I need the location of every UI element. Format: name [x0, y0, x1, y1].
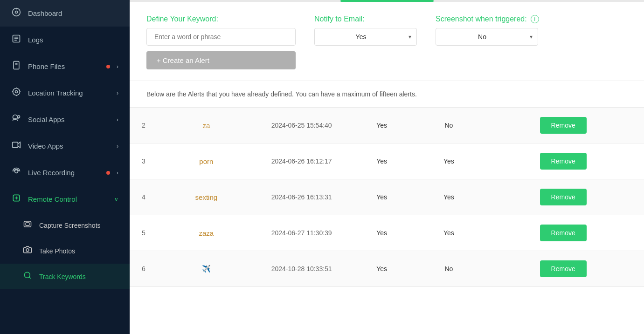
- svg-rect-18: [13, 142, 18, 148]
- alert-action[interactable]: Remove: [482, 179, 644, 215]
- notify-email-label: Notify to Email:: [314, 15, 417, 23]
- screenshot-label-text: Screenshot when triggered:: [436, 15, 527, 23]
- sidebar-item-label: Take Photos: [39, 247, 118, 255]
- capture-screenshots-icon: [22, 220, 33, 231]
- svg-rect-22: [26, 223, 29, 225]
- svg-rect-21: [24, 221, 31, 227]
- remove-button[interactable]: Remove: [540, 153, 587, 170]
- tab-bar: [130, 0, 644, 2]
- alert-date: 2024-06-26 16:13:31: [255, 179, 348, 215]
- alert-info-text: Below are the Alerts that you have alrea…: [130, 81, 644, 108]
- alert-keyword: zaza: [158, 215, 255, 251]
- notify-select-wrapper: Yes No ▾: [314, 28, 417, 46]
- alert-keyword: sexting: [158, 179, 255, 215]
- svg-point-23: [26, 249, 29, 252]
- svg-line-25: [29, 277, 30, 278]
- sidebar-item-dashboard[interactable]: Dashboard: [0, 0, 130, 27]
- alert-screenshot: Yes: [415, 179, 482, 215]
- sidebar-item-video-apps[interactable]: Video Apps ›: [0, 133, 130, 159]
- alert-date: 2024-10-28 10:33:51: [255, 251, 348, 287]
- svg-point-10: [15, 91, 18, 93]
- define-keyword-label: Define Your Keyword:: [146, 15, 296, 23]
- sidebar-item-logs[interactable]: Logs: [0, 27, 130, 53]
- sidebar: Dashboard Logs Phone Files › Location Tr…: [0, 0, 130, 334]
- remove-button[interactable]: Remove: [540, 117, 587, 134]
- alert-id: 5: [130, 215, 158, 251]
- sidebar-item-label: Dashboard: [28, 9, 118, 17]
- sidebar-item-label: Remote Control: [28, 195, 108, 203]
- table-row: 3 porn 2024-06-26 16:12:17 Yes Yes Remov…: [130, 143, 644, 179]
- keyword-section: Define Your Keyword: + Create an Alert N…: [130, 2, 644, 81]
- sidebar-item-take-photos[interactable]: Take Photos: [0, 238, 130, 264]
- alert-keyword: za: [158, 108, 255, 143]
- sidebar-item-label: Track Keywords: [39, 273, 118, 280]
- alert-id: 2: [130, 108, 158, 143]
- track-keywords-icon: [22, 271, 33, 282]
- svg-point-1: [15, 11, 18, 14]
- sidebar-item-location-tracking[interactable]: Location Tracking ›: [0, 80, 130, 106]
- chevron-right-icon: ›: [117, 90, 118, 96]
- table-row: 2 za 2024-06-25 15:54:40 Yes No Remove: [130, 108, 644, 143]
- screenshot-select-wrapper: No Yes ▾: [436, 28, 538, 46]
- logs-icon: [11, 34, 21, 46]
- chevron-right-icon: ›: [117, 63, 118, 70]
- content-area: Define Your Keyword: + Create an Alert N…: [130, 2, 644, 334]
- sidebar-item-label: Phone Files: [28, 62, 100, 70]
- alert-screenshot: No: [415, 108, 482, 143]
- sidebar-item-label: Live Recording: [28, 169, 100, 177]
- sidebar-item-remote-control[interactable]: Remote Control ∨: [0, 186, 130, 212]
- svg-point-11: [13, 89, 20, 95]
- table-row: 6 ✈️ 2024-10-28 10:33:51 Yes No Remove: [130, 251, 644, 287]
- notify-select[interactable]: Yes No: [314, 28, 417, 46]
- social-apps-icon: [11, 114, 21, 125]
- sidebar-item-label: Capture Screenshots: [39, 222, 118, 229]
- alert-notify: Yes: [348, 251, 415, 287]
- alert-date: 2024-06-25 15:54:40: [255, 108, 348, 143]
- keyword-input[interactable]: [146, 28, 296, 46]
- sidebar-item-live-recording[interactable]: Live Recording ›: [0, 159, 130, 186]
- chevron-right-icon: ›: [117, 143, 118, 150]
- phone-files-icon: [11, 61, 21, 72]
- alert-action[interactable]: Remove: [482, 215, 644, 251]
- info-icon[interactable]: i: [531, 15, 539, 23]
- notification-dot: [106, 65, 110, 68]
- alert-action[interactable]: Remove: [482, 143, 644, 179]
- sidebar-item-phone-files[interactable]: Phone Files ›: [0, 53, 130, 80]
- sidebar-item-label: Location Tracking: [28, 89, 110, 97]
- alert-info-message: Below are the Alerts that you have alrea…: [146, 90, 417, 98]
- remove-button[interactable]: Remove: [540, 260, 587, 277]
- define-keyword-group: Define Your Keyword: + Create an Alert: [146, 15, 296, 69]
- table-row: 5 zaza 2024-06-27 11:30:39 Yes Yes Remov…: [130, 215, 644, 251]
- notify-email-group: Notify to Email: Yes No ▾: [314, 15, 417, 46]
- alert-id: 4: [130, 179, 158, 215]
- sidebar-item-label: Social Apps: [28, 116, 110, 123]
- alert-action[interactable]: Remove: [482, 251, 644, 287]
- chevron-right-icon: ›: [117, 116, 118, 123]
- create-alert-button[interactable]: + Create an Alert: [146, 51, 296, 69]
- live-recording-icon: [11, 167, 21, 178]
- alert-date: 2024-06-27 11:30:39: [255, 215, 348, 251]
- notification-dot: [106, 171, 110, 175]
- dashboard-icon: [11, 7, 21, 19]
- alert-id: 3: [130, 143, 158, 179]
- location-icon: [11, 87, 21, 99]
- remove-button[interactable]: Remove: [540, 225, 587, 241]
- plus-icon: +: [157, 56, 161, 64]
- screenshot-label-container: Screenshot when triggered: i: [436, 15, 539, 23]
- alert-notify: Yes: [348, 179, 415, 215]
- alert-id: 6: [130, 251, 158, 287]
- alert-screenshot: Yes: [415, 143, 482, 179]
- svg-point-19: [15, 170, 18, 173]
- remove-button[interactable]: Remove: [540, 189, 587, 205]
- sidebar-item-social-apps[interactable]: Social Apps ›: [0, 106, 130, 133]
- sidebar-item-label: Logs: [28, 36, 118, 44]
- screenshot-group: Screenshot when triggered: i No Yes ▾: [436, 15, 539, 46]
- screenshot-select[interactable]: No Yes: [436, 28, 538, 46]
- alert-notify: Yes: [348, 215, 415, 251]
- alert-date: 2024-06-26 16:12:17: [255, 143, 348, 179]
- alert-screenshot: No: [415, 251, 482, 287]
- sidebar-item-capture-screenshots[interactable]: Capture Screenshots: [0, 212, 130, 238]
- alert-action[interactable]: Remove: [482, 108, 644, 143]
- sidebar-item-track-keywords[interactable]: Track Keywords: [0, 264, 130, 289]
- create-alert-label: Create an Alert: [163, 56, 209, 64]
